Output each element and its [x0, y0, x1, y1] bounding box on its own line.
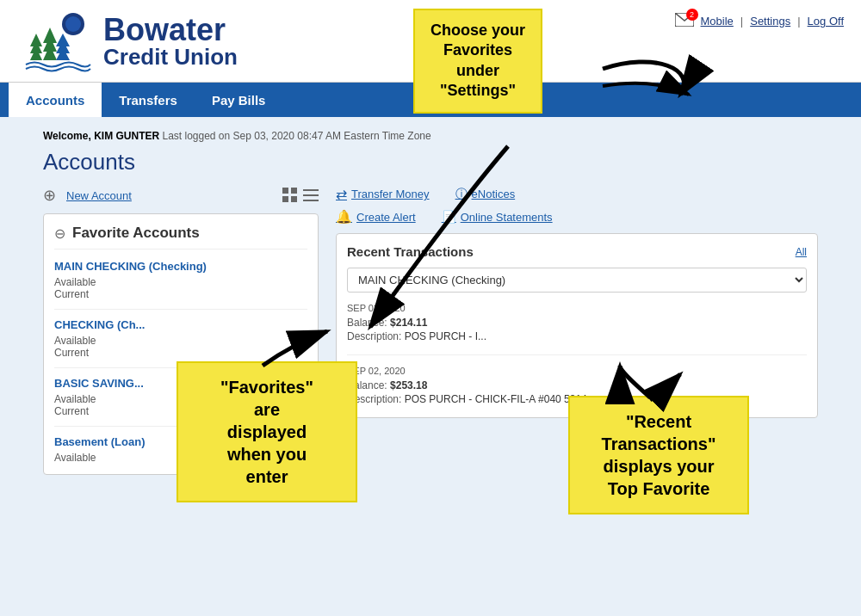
- last-logged: Last logged on Sep 03, 2020 08:47 AM Eas…: [162, 130, 430, 142]
- main-content: Welcome, KIM GUNTER Last logged on Sep 0…: [0, 117, 861, 600]
- nav-pay-bills[interactable]: Pay Bills: [195, 83, 283, 117]
- transfer-icon: ⇄: [336, 186, 347, 202]
- account-name-main-checking: MAIN CHECKING (Checking): [54, 260, 307, 273]
- mail-badge: 2: [686, 9, 698, 21]
- account-item-main-checking[interactable]: MAIN CHECKING (Checking) Available Curre…: [54, 260, 307, 310]
- list-view-icon[interactable]: [303, 188, 319, 203]
- right-links-row-2: 🔔 Create Alert 📄 Online Statements: [336, 209, 818, 225]
- header: Bowater Credit Union Choose yourFavorite…: [0, 0, 861, 83]
- svg-rect-13: [291, 188, 297, 194]
- transactions-header: Recent Transactions All: [347, 244, 807, 259]
- view-icons: [282, 188, 319, 203]
- svg-rect-18: [303, 200, 319, 201]
- svg-rect-14: [282, 196, 288, 202]
- svg-point-1: [65, 16, 81, 32]
- nav-accounts[interactable]: Accounts: [9, 83, 102, 117]
- logoff-link[interactable]: Log Off: [808, 15, 844, 28]
- svg-rect-15: [291, 196, 297, 202]
- grid-view-icon[interactable]: [282, 188, 298, 203]
- page-title: Accounts: [43, 149, 818, 176]
- transactions-title: Recent Transactions: [347, 244, 474, 259]
- transfer-money-link[interactable]: ⇄ Transfer Money: [336, 186, 430, 202]
- doc-icon: 📄: [442, 210, 456, 224]
- logo-bowater: Bowater: [103, 15, 238, 46]
- right-links-row-1: ⇄ Transfer Money ⓘ eNotices: [336, 186, 818, 202]
- mobile-link[interactable]: Mobile: [701, 15, 734, 28]
- minus-circle-icon: ⊖: [54, 225, 65, 242]
- favorite-accounts-title: Favorite Accounts: [72, 225, 200, 242]
- svg-marker-4: [30, 34, 42, 46]
- account-row-available: Available: [54, 276, 307, 288]
- callout-recent: "RecentTransactions"displays yourTop Fav…: [568, 396, 749, 514]
- transaction-date-1: SEP 02, 2020: [347, 303, 807, 313]
- callout-favorites: "Favorites"aredisplayedwhen youenter: [177, 361, 357, 502]
- svg-rect-16: [303, 189, 319, 191]
- card-header: ⊖ Favorite Accounts: [54, 225, 307, 249]
- online-statements-link[interactable]: 📄 Online Statements: [442, 209, 553, 225]
- account-name-checking: CHECKING (Ch...: [54, 318, 307, 331]
- add-icon: ⊕: [43, 186, 56, 205]
- mail-icon-wrap[interactable]: 2: [675, 13, 694, 29]
- welcome-text: Welcome, KIM GUNTER Last logged on Sep 0…: [43, 130, 818, 142]
- welcome-name: Welcome, KIM GUNTER: [43, 130, 159, 142]
- all-transactions-link[interactable]: All: [796, 246, 807, 258]
- logo-icon: [17, 9, 95, 73]
- new-account-button[interactable]: New Account: [66, 189, 132, 202]
- bell-icon: 🔔: [336, 209, 352, 225]
- enotices-icon: ⓘ: [455, 187, 468, 202]
- top-right-nav: 2 Mobile | Settings | Log Off: [675, 13, 844, 29]
- enotices-link[interactable]: ⓘ eNotices: [455, 186, 516, 202]
- account-select[interactable]: MAIN CHECKING (Checking): [347, 268, 807, 293]
- transactions-card: Recent Transactions All MAIN CHECKING (C…: [336, 233, 818, 418]
- svg-marker-10: [56, 34, 70, 46]
- transaction-item-1: SEP 02, 2020 Balance: $214.11 Descriptio…: [347, 303, 807, 355]
- settings-link[interactable]: Settings: [750, 15, 790, 28]
- account-row-current: Current: [54, 288, 307, 300]
- logo-credit-union: Credit Union: [103, 46, 238, 68]
- logo-text: Bowater Credit Union: [103, 15, 238, 68]
- transaction-date-2: SEP 02, 2020: [347, 366, 807, 376]
- svg-marker-7: [43, 28, 57, 43]
- logo-area: Bowater Credit Union: [17, 9, 238, 73]
- nav-transfers[interactable]: Transfers: [102, 83, 195, 117]
- toolbar: ⊕ New Account: [43, 186, 319, 205]
- create-alert-link[interactable]: 🔔 Create Alert: [336, 209, 416, 225]
- svg-rect-17: [303, 194, 319, 196]
- svg-rect-12: [282, 188, 288, 194]
- callout-choose-favorites: Choose yourFavoritesunder"Settings": [413, 9, 542, 114]
